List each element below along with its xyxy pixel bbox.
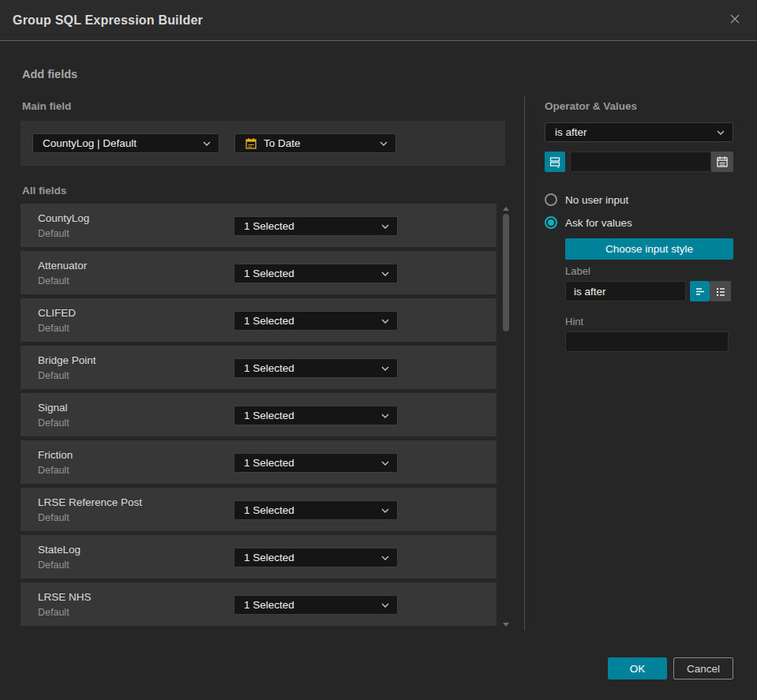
- field-row[interactable]: Friction Default 1 Selected: [21, 440, 497, 484]
- group-sql-expression-builder-dialog: Group SQL Expression Builder Add fields …: [0, 0, 757, 700]
- main-field-panel: CountyLog | Default To Date: [21, 121, 505, 166]
- field-name: StateLog: [38, 544, 81, 556]
- value-list-icon: [549, 155, 561, 168]
- radio-label: Ask for values: [565, 217, 632, 229]
- field-row[interactable]: CLIFED Default 1 Selected: [21, 298, 497, 342]
- chevron-down-icon: [381, 508, 389, 513]
- all-fields-list: CountyLog Default 1 Selected Attenuator …: [21, 204, 497, 626]
- chevron-down-icon: [381, 224, 389, 229]
- add-fields-heading: Add fields: [22, 68, 77, 80]
- field-row[interactable]: StateLog Default 1 Selected: [21, 535, 497, 578]
- radio-checked-icon: [545, 216, 557, 229]
- main-field-type-value: To Date: [264, 137, 373, 149]
- cancel-button[interactable]: Cancel: [673, 657, 733, 679]
- radio-icon: [545, 193, 557, 206]
- field-name: CLIFED: [38, 307, 76, 319]
- selection-value: 1 Selected: [244, 504, 375, 516]
- dialog-titlebar: Group SQL Expression Builder: [0, 0, 757, 41]
- chevron-down-icon: [381, 603, 389, 608]
- selection-value: 1 Selected: [244, 410, 375, 421]
- field-subtitle: Default: [38, 370, 69, 381]
- list-scrollbar[interactable]: [500, 204, 512, 630]
- field-subtitle: Default: [38, 228, 69, 239]
- align-left-lines-icon: [694, 285, 706, 298]
- ok-button[interactable]: OK: [608, 657, 667, 679]
- field-row[interactable]: LRSE NHS Default 1 Selected: [21, 582, 497, 626]
- list-style-toggle[interactable]: [710, 281, 731, 301]
- vertical-divider: [524, 96, 525, 630]
- radio-label: No user input: [565, 194, 628, 206]
- field-name: CountyLog: [38, 212, 89, 224]
- chevron-down-icon: [381, 319, 389, 324]
- chevron-down-icon: [203, 141, 211, 146]
- field-subtitle: Default: [38, 607, 69, 618]
- field-name: LRSE Reference Post: [38, 496, 142, 508]
- field-subtitle: Default: [38, 275, 69, 286]
- selection-value: 1 Selected: [244, 599, 375, 611]
- scrollbar-thumb[interactable]: [503, 214, 509, 331]
- calendar-icon: [716, 155, 729, 168]
- single-value-style-toggle[interactable]: [690, 281, 710, 301]
- chevron-down-icon: [380, 141, 388, 146]
- selection-value: 1 Selected: [244, 268, 375, 279]
- field-name: Attenuator: [38, 260, 87, 271]
- choose-input-style-button[interactable]: Choose input style: [565, 238, 733, 260]
- operator-values-heading: Operator & Values: [545, 100, 637, 112]
- operator-select[interactable]: is after: [545, 122, 733, 142]
- chevron-down-icon: [381, 414, 389, 418]
- selection-value: 1 Selected: [244, 220, 375, 232]
- field-selection-dropdown[interactable]: 1 Selected: [234, 406, 398, 425]
- label-input[interactable]: [565, 281, 686, 301]
- selection-value: 1 Selected: [244, 315, 375, 327]
- field-selection-dropdown[interactable]: 1 Selected: [234, 453, 398, 473]
- radio-no-user-input[interactable]: No user input: [545, 193, 628, 206]
- field-row[interactable]: LRSE Reference Post Default 1 Selected: [21, 488, 497, 531]
- label-field-label: Label: [565, 265, 590, 277]
- field-selection-dropdown[interactable]: 1 Selected: [234, 500, 398, 520]
- field-row[interactable]: Bridge Point Default 1 Selected: [21, 346, 497, 389]
- field-selection-dropdown[interactable]: 1 Selected: [234, 311, 398, 331]
- bulleted-list-icon: [714, 285, 727, 298]
- hint-field-label: Hint: [565, 316, 583, 328]
- field-row[interactable]: CountyLog Default 1 Selected: [21, 204, 497, 247]
- field-subtitle: Default: [38, 560, 69, 571]
- dialog-title: Group SQL Expression Builder: [13, 13, 203, 28]
- main-field-select-value: CountyLog | Default: [43, 137, 197, 149]
- field-selection-dropdown[interactable]: 1 Selected: [234, 595, 398, 615]
- date-picker-button[interactable]: [711, 152, 733, 172]
- selection-value: 1 Selected: [244, 457, 375, 469]
- close-icon: [728, 12, 742, 29]
- close-button[interactable]: [725, 11, 744, 30]
- field-subtitle: Default: [38, 417, 69, 429]
- value-input[interactable]: [570, 152, 711, 172]
- field-selection-dropdown[interactable]: 1 Selected: [234, 216, 398, 236]
- field-name: Bridge Point: [38, 354, 96, 366]
- chevron-down-icon: [381, 366, 389, 371]
- choose-from-values-button[interactable]: [545, 152, 565, 172]
- field-name: Friction: [38, 449, 73, 461]
- date-calendar-icon: [245, 137, 257, 150]
- operator-select-value: is after: [555, 126, 710, 138]
- hint-input[interactable]: [565, 331, 729, 352]
- field-row[interactable]: Signal Default 1 Selected: [21, 393, 497, 436]
- selection-value: 1 Selected: [244, 552, 375, 563]
- field-name: Signal: [38, 402, 68, 414]
- chevron-down-icon: [717, 130, 725, 135]
- scrollbar-up-arrow-icon[interactable]: [503, 207, 509, 211]
- chevron-down-icon: [381, 556, 389, 560]
- field-row[interactable]: Attenuator Default 1 Selected: [21, 251, 497, 294]
- main-field-select[interactable]: CountyLog | Default: [32, 133, 219, 153]
- main-field-type-select[interactable]: To Date: [234, 133, 396, 153]
- field-selection-dropdown[interactable]: 1 Selected: [234, 358, 398, 378]
- field-subtitle: Default: [38, 465, 69, 476]
- main-field-label: Main field: [22, 100, 71, 112]
- scrollbar-down-arrow-icon[interactable]: [503, 623, 509, 627]
- field-subtitle: Default: [38, 323, 69, 334]
- radio-ask-for-values[interactable]: Ask for values: [545, 216, 632, 229]
- field-selection-dropdown[interactable]: 1 Selected: [234, 548, 398, 567]
- field-subtitle: Default: [38, 512, 69, 523]
- selection-value: 1 Selected: [244, 362, 375, 374]
- field-name: LRSE NHS: [38, 591, 92, 603]
- all-fields-label: All fields: [22, 185, 66, 197]
- field-selection-dropdown[interactable]: 1 Selected: [234, 264, 398, 283]
